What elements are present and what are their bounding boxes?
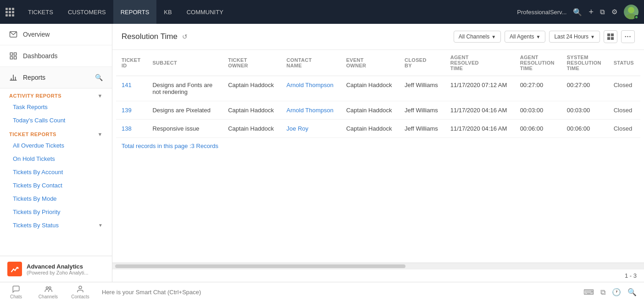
time-chevron-icon: ▼ bbox=[590, 34, 595, 39]
reports-label: Reports bbox=[23, 74, 45, 81]
settings-icon[interactable]: ⚙ bbox=[611, 8, 617, 16]
ticket-owner-141: Captain Haddock bbox=[222, 76, 281, 101]
agents-filter[interactable]: All Agents ▼ bbox=[505, 31, 545, 43]
channels-filter[interactable]: All Channels ▼ bbox=[454, 31, 501, 43]
ticket-id-138[interactable]: 138 bbox=[122, 125, 132, 132]
agent-resolution-141: 00:27:00 bbox=[515, 76, 561, 101]
dashboards-label: Dashboards bbox=[23, 52, 58, 60]
table-row: 139 Designs are Pixelated Captain Haddoc… bbox=[116, 101, 640, 120]
aa-subtitle: (Powered by Zoho Analyti... bbox=[27, 270, 89, 275]
dashboard-icon bbox=[9, 52, 17, 60]
agent-resolution-138: 00:06:00 bbox=[515, 120, 561, 138]
ticket-owner-139: Captain Haddock bbox=[222, 101, 281, 120]
svg-rect-13 bbox=[607, 33, 610, 36]
contact-name-141[interactable]: Arnold Thompson bbox=[287, 82, 333, 88]
sidebar-link-by-account[interactable]: Tickets By Account bbox=[0, 165, 112, 179]
col-agent-resolved-time[interactable]: AGENT RESOLVED TIME bbox=[445, 50, 515, 76]
reports-search-icon[interactable]: 🔍 bbox=[95, 74, 103, 81]
activity-section-header: ACTIVITY REPORTS ▼ bbox=[0, 88, 112, 100]
bottom-tab-chats[interactable]: Chats bbox=[0, 282, 32, 302]
system-resolution-138: 00:06:00 bbox=[561, 120, 608, 138]
clock-icon[interactable]: 🕐 bbox=[612, 288, 621, 297]
smart-chat-input[interactable] bbox=[96, 289, 583, 296]
contact-name-139[interactable]: Arnold Thompson bbox=[287, 107, 333, 114]
sidebar-link-by-status[interactable]: Tickets By Status ▼ bbox=[0, 219, 112, 232]
bar-chart-icon bbox=[9, 73, 17, 82]
activity-chevron-icon[interactable]: ▼ bbox=[98, 93, 103, 99]
col-event-owner[interactable]: EVENT OWNER bbox=[341, 50, 399, 76]
sidebar-link-on-hold[interactable]: On Hold Tickets bbox=[0, 152, 112, 165]
col-contact-name[interactable]: CONTACT NAME bbox=[281, 50, 341, 76]
nav-right: ProfessionalServ... 🔍 + ⧉ ⚙ bbox=[517, 5, 638, 19]
agent-resolution-139: 00:03:00 bbox=[515, 101, 561, 120]
system-resolution-139: 00:03:00 bbox=[561, 101, 608, 120]
bottom-tab-channels[interactable]: Channels bbox=[32, 282, 64, 302]
avatar[interactable] bbox=[624, 5, 638, 19]
nav-kb[interactable]: KB bbox=[156, 0, 179, 24]
nav-customers[interactable]: CUSTOMERS bbox=[61, 0, 113, 24]
sidebar-link-todays-calls[interactable]: Today's Calls Count bbox=[0, 114, 112, 127]
event-owner-139: Captain Haddock bbox=[341, 101, 399, 120]
sidebar-item-reports[interactable]: Reports 🔍 bbox=[0, 67, 112, 88]
col-closed-by[interactable]: CLOSED BY bbox=[399, 50, 445, 76]
share-icon[interactable]: ⧉ bbox=[600, 8, 605, 16]
status-141: Closed bbox=[608, 76, 640, 101]
plus-icon[interactable]: + bbox=[588, 7, 594, 17]
horizontal-scrollbar[interactable] bbox=[112, 263, 644, 269]
col-ticket-id[interactable]: TICKET ID bbox=[116, 50, 147, 76]
sidebar-link-by-contact[interactable]: Tickets By Contact bbox=[0, 179, 112, 192]
bottom-bar: Chats Channels Contacts ⌨ ⧉ 🕐 🔍 bbox=[0, 282, 644, 302]
table-row: 138 Responsive issue Captain Haddock Joe… bbox=[116, 120, 640, 138]
search-bottom-icon[interactable]: 🔍 bbox=[627, 288, 637, 297]
main-content: Resolution Time ↺ All Channels ▼ All Age… bbox=[112, 24, 644, 282]
col-system-resolution-time[interactable]: SYSTEM RESOLUTION TIME bbox=[561, 50, 608, 76]
svg-point-18 bbox=[49, 287, 51, 289]
agent-resolved-139: 11/17/2020 04:16 AM bbox=[445, 101, 515, 120]
sidebar-item-overview[interactable]: Overview bbox=[0, 24, 112, 45]
sidebar-link-by-mode[interactable]: Tickets By Mode bbox=[0, 192, 112, 205]
ticket-id-139[interactable]: 139 bbox=[122, 107, 132, 114]
aa-title: Advanced Analytics bbox=[27, 263, 89, 270]
channels-chevron-icon: ▼ bbox=[491, 34, 496, 39]
subject-141: Designs and Fonts are not rendering bbox=[147, 76, 222, 101]
nav-community[interactable]: COMMUNITY bbox=[179, 0, 231, 24]
col-ticket-owner[interactable]: TICKET OWNER bbox=[222, 50, 281, 76]
app-body: Overview Dashboards Reports 🔍 bbox=[0, 24, 644, 282]
envelope-icon bbox=[9, 30, 17, 38]
sidebar-link-all-overdue[interactable]: All Overdue Tickets bbox=[0, 139, 112, 152]
sidebar-item-dashboards[interactable]: Dashboards bbox=[0, 45, 112, 67]
time-filter[interactable]: Last 24 Hours ▼ bbox=[549, 31, 600, 43]
refresh-icon[interactable]: ↺ bbox=[182, 33, 188, 40]
sidebar-link-by-priority[interactable]: Tickets By Priority bbox=[0, 205, 112, 219]
bottom-tab-contacts[interactable]: Contacts bbox=[64, 282, 96, 302]
closed-by-139: Jeff Williams bbox=[399, 101, 445, 120]
ticket-chevron-icon[interactable]: ▼ bbox=[98, 132, 103, 137]
agent-resolved-141: 11/17/2020 07:12 AM bbox=[445, 76, 515, 101]
advanced-analytics[interactable]: Advanced Analytics (Powered by Zoho Anal… bbox=[0, 256, 112, 282]
search-icon[interactable]: 🔍 bbox=[573, 8, 582, 16]
svg-point-19 bbox=[79, 286, 82, 289]
nav-reports[interactable]: REPORTS bbox=[113, 0, 157, 24]
col-status[interactable]: STATUS bbox=[608, 50, 640, 76]
ticket-id-141[interactable]: 141 bbox=[122, 82, 132, 88]
nav-tickets[interactable]: TICKETS bbox=[21, 0, 61, 24]
grid-icon[interactable] bbox=[6, 8, 14, 16]
col-agent-resolution-time[interactable]: AGENT RESOLUTION TIME bbox=[515, 50, 561, 76]
scroll-thumb[interactable] bbox=[115, 264, 405, 268]
agents-chevron-icon: ▼ bbox=[536, 34, 540, 39]
screen-icon[interactable]: ⧉ bbox=[600, 288, 605, 297]
svg-rect-14 bbox=[611, 33, 614, 36]
total-records: Total records in this page :3 Records bbox=[116, 138, 640, 154]
col-subject[interactable]: SUBJECT bbox=[147, 50, 222, 76]
keyboard-icon[interactable]: ⌨ bbox=[583, 288, 594, 297]
resolution-table: TICKET ID SUBJECT TICKET OWNER CONTACT N… bbox=[116, 50, 640, 138]
sidebar-link-task-reports[interactable]: Task Reports bbox=[0, 100, 112, 114]
view-toggle-btn[interactable] bbox=[604, 30, 617, 43]
contact-name-138[interactable]: Joe Roy bbox=[287, 125, 309, 132]
svg-point-17 bbox=[46, 287, 49, 289]
more-options-btn[interactable]: ··· bbox=[621, 30, 635, 43]
table-row: 141 Designs and Fonts are not rendering … bbox=[116, 76, 640, 101]
status-138: Closed bbox=[608, 120, 640, 138]
header-filters: All Channels ▼ All Agents ▼ Last 24 Hour… bbox=[454, 30, 635, 43]
aa-text-container: Advanced Analytics (Powered by Zoho Anal… bbox=[27, 263, 89, 275]
